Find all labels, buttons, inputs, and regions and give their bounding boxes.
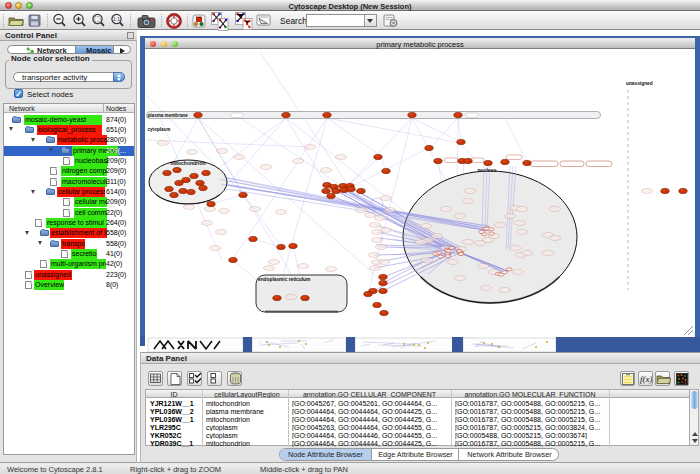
svg-text:unassigned: unassigned [626, 81, 653, 86]
svg-text:plasma membrane: plasma membrane [148, 113, 189, 118]
svg-text:endoplasmic reticulum: endoplasmic reticulum [258, 277, 310, 282]
svg-text:cytoplasm: cytoplasm [148, 127, 171, 132]
svg-text:mitochondrion: mitochondrion [171, 160, 206, 166]
svg-text:f(x): f(x) [640, 374, 652, 384]
svg-text:1:1: 1:1 [113, 16, 120, 22]
